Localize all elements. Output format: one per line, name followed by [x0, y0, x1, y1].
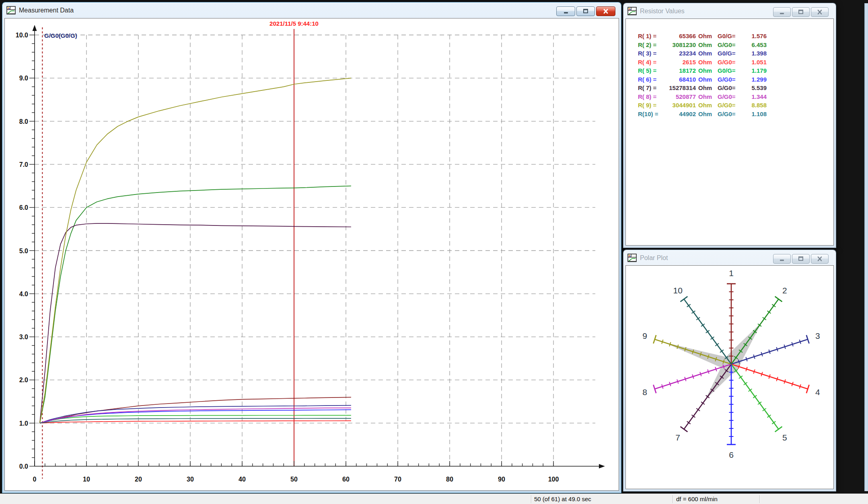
- resistance-value: 23234: [664, 49, 696, 58]
- minimize-button[interactable]: [556, 6, 575, 16]
- polar-ray-number: 4: [815, 387, 820, 397]
- svg-text:9.0: 9.0: [19, 75, 28, 82]
- resistor-row: R( 6) =68410OhmG/G0=1.299: [638, 75, 833, 84]
- polar-ray-number: 8: [642, 387, 647, 397]
- partial-window-edge[interactable]: [864, 3, 868, 491]
- chart-app-icon: [6, 6, 16, 15]
- status-progress-text: 50 (of 61) at 49.0 sec: [534, 496, 591, 502]
- ratio-value: 1.576: [744, 32, 767, 41]
- measurement-window-title: Measurement Data: [19, 7, 74, 14]
- resistor-row: R( 5) =18172OhmG0/G=1.179: [638, 66, 833, 75]
- svg-text:8.0: 8.0: [19, 118, 28, 125]
- resistor-window-title: Resistor Values: [640, 8, 685, 15]
- svg-text:5.0: 5.0: [19, 248, 28, 254]
- svg-text:30: 30: [187, 476, 194, 483]
- ratio-label: G/G0=: [718, 84, 744, 92]
- polar-titlebar[interactable]: Polar Plot: [623, 250, 836, 266]
- y-axis-label: G/G0(G0/G): [44, 32, 77, 39]
- polar-ray-5: [731, 364, 782, 432]
- svg-text:3.0: 3.0: [19, 334, 28, 340]
- measurement-titlebar[interactable]: Measurement Data: [2, 2, 621, 18]
- resistor-row: R(10) =44902OhmG/G0=1.108: [638, 110, 833, 119]
- resistance-unit: Ohm: [696, 32, 718, 41]
- resistor-table: R( 1) =65366OhmG0/G=1.576R( 2) =3081230O…: [626, 19, 833, 118]
- resistance-value: 2615: [664, 58, 696, 67]
- resistor-values-area: R( 1) =65366OhmG0/G=1.576R( 2) =3081230O…: [625, 18, 834, 246]
- maximize-button[interactable]: [576, 6, 595, 16]
- close-button[interactable]: [811, 7, 829, 17]
- resistance-value: 18172: [664, 66, 696, 75]
- resistor-row: R( 2) =3081230OhmG/G0=6.453: [638, 41, 833, 49]
- resistance-unit: Ohm: [696, 101, 718, 110]
- minimize-icon: [778, 9, 786, 15]
- status-flow-text: df = 600 ml/min: [676, 496, 718, 502]
- svg-text:90: 90: [498, 476, 505, 483]
- measurement-chart: 01020304050607080901000.01.02.03.04.05.0…: [5, 18, 619, 490]
- resistance-value: 68410: [664, 75, 696, 84]
- close-icon: [602, 8, 609, 14]
- cursor-datetime-label: 2021/11/5 9:44:10: [269, 20, 319, 27]
- resistor-row: R( 8) =520877OhmG/G0=1.344: [638, 92, 833, 101]
- minimize-button[interactable]: [773, 7, 791, 17]
- resistance-unit: Ohm: [696, 58, 718, 67]
- ratio-label: G/G0=: [718, 75, 744, 84]
- polar-ray-7: [681, 364, 731, 432]
- polar-ray-number: 5: [782, 433, 787, 442]
- svg-text:10: 10: [83, 476, 90, 483]
- resistor-label: R( 9) =: [638, 101, 664, 110]
- svg-text:0: 0: [33, 476, 37, 483]
- svg-text:1.0: 1.0: [19, 420, 28, 427]
- resistance-unit: Ohm: [696, 66, 718, 75]
- svg-text:10.0: 10.0: [16, 32, 28, 39]
- measurement-chart-area: 01020304050607080901000.01.02.03.04.05.0…: [4, 18, 619, 491]
- maximize-button[interactable]: [792, 7, 810, 17]
- ratio-value: 1.108: [744, 110, 767, 119]
- polar-ray-4: [731, 364, 809, 393]
- resistance-unit: Ohm: [696, 92, 718, 101]
- resistance-value: 65366: [664, 32, 696, 41]
- svg-text:60: 60: [342, 476, 350, 483]
- resistor-row: R( 9) =3044901OhmG/G0=8.858: [638, 101, 833, 110]
- chart-app-icon: [627, 254, 637, 262]
- resistor-label: R( 3) =: [638, 49, 664, 58]
- resistance-value: 520877: [664, 92, 696, 101]
- resistor-label: R( 6) =: [638, 75, 664, 84]
- ratio-value: 8.858: [744, 101, 767, 110]
- polar-chart: 12345678910: [626, 266, 833, 489]
- maximize-button[interactable]: [792, 254, 810, 264]
- polar-ray-number: 2: [782, 286, 787, 295]
- ratio-value: 1.344: [744, 92, 767, 101]
- resistor-label: R( 8) =: [638, 92, 664, 101]
- status-separator: [673, 495, 673, 503]
- status-bar: 50 (of 61) at 49.0 sec df = 600 ml/min: [0, 494, 868, 504]
- minimize-icon: [778, 256, 786, 262]
- polar-plot-area: 12345678910: [625, 265, 834, 489]
- ratio-value: 1.299: [744, 75, 767, 84]
- close-icon: [816, 256, 823, 262]
- ratio-value: 1.179: [744, 66, 767, 75]
- ratio-label: G0/G=: [718, 32, 744, 41]
- resistance-value: 15278314: [664, 84, 696, 92]
- close-button[interactable]: [596, 6, 615, 16]
- minimize-button[interactable]: [773, 254, 791, 264]
- resistance-unit: Ohm: [696, 41, 718, 49]
- close-button[interactable]: [811, 254, 829, 264]
- svg-text:80: 80: [446, 476, 453, 483]
- ratio-value: 1.398: [744, 49, 767, 58]
- restore-icon: [797, 9, 804, 15]
- svg-text:100: 100: [548, 476, 559, 483]
- svg-text:0.0: 0.0: [19, 463, 28, 470]
- svg-text:70: 70: [394, 476, 401, 483]
- ratio-label: G/G0=: [718, 92, 744, 101]
- ratio-label: G/G0=: [718, 41, 744, 49]
- polar-ray-number: 7: [675, 433, 680, 442]
- resistance-value: 44902: [664, 110, 696, 119]
- status-separator: [759, 495, 760, 503]
- chart-app-icon: [627, 7, 637, 16]
- resistor-titlebar[interactable]: Resistor Values: [623, 3, 836, 19]
- resistance-value: 3044901: [664, 101, 696, 110]
- polar-ray-number: 3: [815, 331, 820, 340]
- resistance-unit: Ohm: [696, 84, 718, 92]
- resistance-unit: Ohm: [696, 110, 718, 119]
- curve-R7: [40, 223, 351, 423]
